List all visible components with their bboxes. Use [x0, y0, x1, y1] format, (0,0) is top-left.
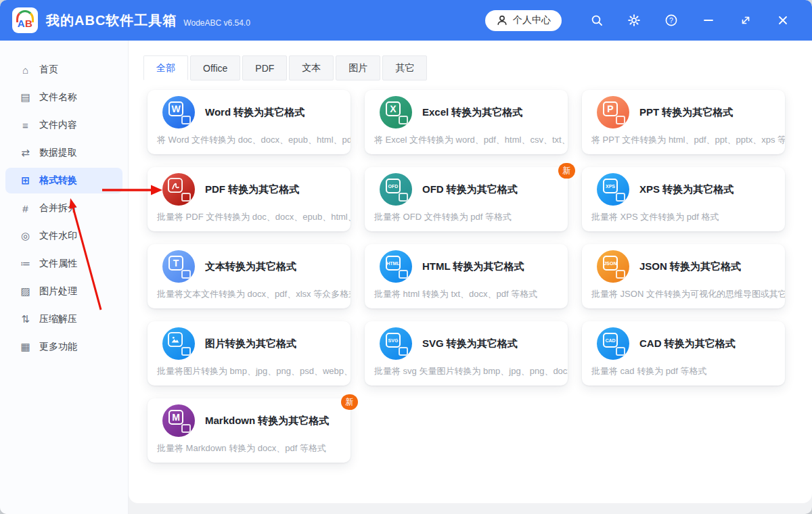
sidebar-item-file-name[interactable]: ▤文件名称 — [5, 85, 122, 110]
format-chip: HTML — [386, 256, 401, 271]
sidebar-item-label: 图片处理 — [39, 285, 77, 298]
markdown-convert-icon: M — [162, 404, 195, 437]
resize-icon — [739, 14, 752, 27]
sidebar-item-more-functions[interactable]: ▦更多功能 — [5, 334, 122, 360]
card-title: PDF 转换为其它格式 — [205, 183, 299, 196]
tool-card-excel-convert[interactable]: XExcel 转换为其它格式将 Excel 文件转换为 word、pdf、htm… — [365, 90, 568, 154]
convert-target-chip — [399, 347, 408, 356]
tool-card-ppt-convert[interactable]: PPPT 转换为其它格式将 PPT 文件转换为 html、pdf、ppt、ppt… — [582, 90, 785, 154]
card-description: 批量将 JSON 文件转换为可视化的思维导图或其它格 — [582, 288, 785, 300]
convert-target-chip — [181, 424, 191, 433]
tool-card-html-convert[interactable]: HTMLHTML 转换为其它格式批量将 html 转换为 txt、docx、pd… — [365, 244, 568, 308]
app-window: AB 我的ABC软件工具箱 WodeABC v6.54.0 个人中心 — [0, 0, 812, 514]
file-name-icon: ▤ — [19, 91, 32, 103]
convert-target-chip — [399, 193, 408, 202]
card-description: 批量将 svg 矢量图片转换为 bmp、jpg、png、docx — [365, 365, 568, 377]
file-attributes-icon: ≔ — [19, 258, 32, 270]
tool-card-json-convert[interactable]: JSONJSON 转换为其它格式批量将 JSON 文件转换为可视化的思维导图或其… — [582, 244, 785, 308]
tool-card-ofd-convert[interactable]: 新OFDOFD 转换为其它格式批量将 OFD 文件转换为 pdf 等格式 — [365, 167, 568, 231]
tool-card-pdf-convert[interactable]: PDF 转换为其它格式批量将 PDF 文件转换为 doc、docx、epub、h… — [148, 167, 351, 231]
word-convert-icon: W — [162, 96, 195, 128]
tab-text[interactable]: 文本 — [289, 55, 334, 80]
tab-image[interactable]: 图片 — [336, 55, 380, 80]
card-title: PPT 转换为其它格式 — [639, 106, 733, 119]
more-functions-icon: ▦ — [19, 341, 32, 353]
tab-all[interactable]: 全部 — [143, 55, 188, 80]
maximize-button[interactable] — [737, 11, 754, 29]
card-header-row: SVGSVG 转换为其它格式 — [365, 321, 568, 360]
sidebar-item-label: 文件水印 — [39, 230, 77, 242]
sidebar-item-image-process[interactable]: ▨图片处理 — [5, 279, 122, 304]
card-header-row: PDF 转换为其它格式 — [148, 167, 351, 206]
tool-card-cad-convert[interactable]: CADCAD 转换为其它格式批量将 cad 转换为 pdf 等格式 — [582, 321, 785, 386]
sidebar-item-label: 更多功能 — [39, 341, 77, 353]
convert-target-chip — [616, 347, 625, 356]
card-title: Markdown 转换为其它格式 — [205, 415, 329, 427]
format-chip: JSON — [603, 256, 618, 271]
card-description: 批量将 PDF 文件转换为 doc、docx、epub、html、 — [148, 211, 351, 223]
tab-office[interactable]: Office — [190, 55, 240, 80]
file-watermark-icon: ◎ — [19, 230, 32, 242]
tab-other[interactable]: 其它 — [382, 55, 427, 80]
card-header-row: JSONJSON 转换为其它格式 — [582, 244, 785, 283]
sidebar-item-label: 格式转换 — [39, 174, 77, 187]
data-extract-icon: ⇄ — [19, 147, 32, 159]
compress-extract-icon: ⇅ — [19, 313, 32, 325]
user-center-button[interactable]: 个人中心 — [485, 10, 562, 31]
card-title: 图片转换为其它格式 — [205, 337, 296, 350]
sidebar-item-data-extract[interactable]: ⇄数据提取 — [5, 140, 122, 166]
card-description: 批量将 html 转换为 txt、docx、pdf 等格式 — [365, 288, 568, 300]
file-content-icon: ≡ — [19, 120, 32, 131]
convert-target-chip — [399, 116, 408, 124]
json-convert-icon: JSON — [597, 250, 629, 283]
tab-pdf[interactable]: PDF — [242, 55, 287, 80]
card-title: SVG 转换为其它格式 — [422, 337, 518, 350]
sidebar-item-label: 文件名称 — [39, 91, 77, 103]
help-button[interactable]: ? — [662, 11, 680, 29]
card-title: OFD 转换为其它格式 — [422, 183, 518, 196]
app-title: 我的ABC软件工具箱 — [46, 11, 177, 30]
app-version: WodeABC v6.54.0 — [183, 18, 250, 28]
card-header-row: PPPT 转换为其它格式 — [582, 90, 785, 128]
card-title: CAD 转换为其它格式 — [639, 337, 736, 350]
sidebar-item-file-attributes[interactable]: ≔文件属性 — [5, 251, 122, 277]
app-logo-icon: AB — [12, 7, 38, 33]
html-convert-icon: HTML — [380, 250, 412, 283]
convert-target-chip — [616, 116, 625, 124]
tool-card-xps-convert[interactable]: XPSXPS 转换为其它格式批量将 XPS 文件转换为 pdf 格式 — [582, 167, 785, 231]
search-button[interactable] — [588, 11, 606, 29]
card-header-row: OFDOFD 转换为其它格式 — [365, 167, 568, 206]
format-chip: T — [168, 256, 183, 271]
card-header-row: HTMLHTML 转换为其它格式 — [365, 244, 568, 283]
tool-card-word-convert[interactable]: WWord 转换为其它格式将 Word 文件转换为 doc、docx、epub、… — [148, 90, 351, 154]
tool-card-image-convert[interactable]: 图片转换为其它格式批量将图片转换为 bmp、jpg、png、psd、webp、 — [148, 321, 351, 386]
sidebar-item-home[interactable]: ⌂首页 — [5, 57, 122, 83]
sidebar-item-merge-split[interactable]: #合并拆分 — [5, 195, 122, 221]
tool-card-svg-convert[interactable]: SVGSVG 转换为其它格式批量将 svg 矢量图片转换为 bmp、jpg、pn… — [365, 321, 568, 386]
svg-text:?: ? — [669, 16, 673, 24]
excel-convert-icon: X — [380, 96, 412, 128]
person-icon — [496, 14, 508, 26]
merge-split-icon: # — [19, 203, 32, 214]
settings-button[interactable] — [625, 11, 643, 29]
card-description: 批量将 OFD 文件转换为 pdf 等格式 — [365, 211, 568, 223]
sidebar-item-compress-extract[interactable]: ⇅压缩解压 — [5, 306, 122, 332]
cad-convert-icon: CAD — [597, 327, 629, 360]
close-button[interactable] — [774, 11, 792, 29]
sidebar-item-label: 首页 — [39, 64, 58, 76]
tool-card-text-convert[interactable]: T文本转换为其它格式批量将文本文件转换为 docx、pdf、xlsx 等众多格式 — [148, 244, 351, 308]
logo-arc-decoration — [16, 10, 34, 22]
card-description: 将 Word 文件转换为 doc、docx、epub、html、pd — [148, 134, 351, 146]
card-description: 批量将 Markdown 转换为 docx、pdf 等格式 — [148, 442, 351, 454]
convert-target-chip — [181, 347, 191, 356]
minimize-button[interactable] — [700, 11, 717, 29]
sidebar-item-format-convert[interactable]: ⊞格式转换 — [5, 168, 122, 193]
sidebar-item-file-content[interactable]: ≡文件内容 — [5, 112, 122, 138]
card-header-row: XPSXPS 转换为其它格式 — [582, 167, 785, 206]
format-chip: CAD — [603, 333, 618, 348]
card-description: 批量将图片转换为 bmp、jpg、png、psd、webp、 — [148, 365, 351, 377]
tab-bar: 全部OfficePDF文本图片其它 — [143, 55, 812, 80]
card-title: XPS 转换为其它格式 — [639, 183, 734, 196]
sidebar-item-file-watermark[interactable]: ◎文件水印 — [5, 223, 122, 249]
tool-card-markdown-convert[interactable]: 新MMarkdown 转换为其它格式批量将 Markdown 转换为 docx、… — [148, 398, 351, 463]
